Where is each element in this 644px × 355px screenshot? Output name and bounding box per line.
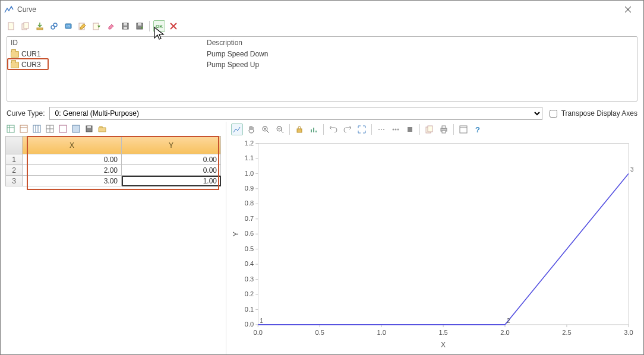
bars-icon[interactable] — [308, 123, 320, 135]
dots2-icon[interactable] — [390, 123, 402, 135]
list-item-id: CUR3 — [21, 61, 41, 69]
svg-rect-43 — [313, 128, 314, 132]
chart[interactable]: 0.00.10.20.30.40.50.60.70.80.91.01.11.20… — [231, 137, 637, 350]
svg-text:0.9: 0.9 — [245, 185, 254, 192]
folder-icon — [11, 51, 19, 58]
grid-cell[interactable]: 1.00 — [122, 176, 221, 186]
svg-point-49 — [395, 129, 397, 131]
cancel-button[interactable] — [168, 20, 179, 32]
curve-list[interactable]: ID Description CUR1 Pump Speed Down CUR3… — [7, 36, 637, 102]
svg-text:0.0: 0.0 — [254, 329, 263, 336]
zoom-out-icon[interactable] — [274, 123, 286, 135]
help-icon[interactable]: ? — [472, 123, 484, 135]
svg-text:1.0: 1.0 — [245, 169, 254, 176]
ok-button[interactable]: OK — [153, 20, 165, 32]
svg-text:2: 2 — [507, 318, 510, 324]
chart-copy-icon[interactable] — [424, 123, 435, 135]
svg-text:X: X — [441, 341, 446, 349]
svg-point-48 — [393, 129, 394, 131]
svg-rect-13 — [124, 23, 127, 26]
svg-rect-44 — [315, 131, 317, 132]
dots1-icon[interactable] — [375, 123, 387, 135]
table-tool-3-icon[interactable] — [31, 123, 42, 134]
svg-rect-42 — [311, 129, 312, 132]
grid-cell[interactable]: 0.00 — [122, 165, 221, 176]
close-button[interactable] — [616, 1, 640, 18]
new-icon[interactable] — [5, 20, 17, 32]
svg-point-7 — [53, 23, 57, 27]
list-header-id: ID — [7, 39, 203, 47]
svg-text:0.0: 0.0 — [245, 321, 254, 328]
transpose-label: Transpose Display Axes — [561, 109, 637, 118]
svg-text:1: 1 — [260, 318, 263, 324]
toolbar-separator — [289, 124, 290, 135]
svg-rect-41 — [297, 129, 302, 132]
grid-cell[interactable]: 0.00 — [122, 154, 221, 165]
row-header[interactable]: 1 — [6, 154, 23, 165]
svg-text:1.0: 1.0 — [377, 329, 386, 336]
table-tool-5-icon[interactable] — [58, 123, 68, 134]
svg-rect-30 — [59, 125, 67, 132]
svg-text:0.7: 0.7 — [245, 215, 254, 222]
transpose-input[interactable] — [550, 110, 557, 118]
svg-rect-11 — [93, 23, 99, 30]
svg-rect-31 — [72, 125, 80, 132]
svg-point-45 — [378, 129, 380, 130]
svg-text:1.2: 1.2 — [245, 139, 254, 146]
curve-type-select[interactable]: 0: General (Multi-Purpose) — [49, 107, 542, 120]
save-icon[interactable] — [119, 20, 131, 32]
lock-icon[interactable] — [293, 123, 305, 135]
col-header-y[interactable]: Y — [122, 137, 221, 154]
svg-point-47 — [383, 129, 384, 130]
save-as-icon[interactable] — [134, 20, 146, 32]
svg-text:2.0: 2.0 — [500, 329, 509, 336]
grid-cell[interactable]: 3.00 — [23, 176, 122, 186]
zoom-in-icon[interactable] — [260, 123, 272, 135]
table-open-icon[interactable] — [97, 123, 108, 134]
fit-icon[interactable] — [356, 123, 368, 135]
redo-icon[interactable] — [342, 123, 353, 135]
undo-icon[interactable] — [327, 123, 339, 135]
svg-point-50 — [397, 129, 399, 131]
copy-icon[interactable] — [20, 20, 31, 32]
grid-cell[interactable]: 0.00 — [23, 154, 122, 165]
svg-text:Y: Y — [232, 232, 240, 236]
svg-text:0.4: 0.4 — [245, 260, 254, 267]
table-save-icon[interactable] — [84, 123, 94, 134]
toolbar-separator — [453, 124, 454, 135]
table-tool-6-icon[interactable] — [71, 123, 81, 134]
svg-text:3: 3 — [630, 166, 634, 173]
row-header[interactable]: 2 — [6, 165, 23, 176]
stop-icon[interactable] — [404, 123, 416, 135]
tag-icon[interactable]: ID — [62, 20, 74, 32]
import-icon[interactable] — [34, 20, 46, 32]
col-header-x[interactable]: X — [23, 137, 122, 154]
table-tool-2-icon[interactable] — [18, 123, 29, 134]
svg-text:0.5: 0.5 — [245, 245, 254, 252]
table-tool-4-icon[interactable] — [45, 123, 55, 134]
svg-rect-4 — [24, 23, 29, 28]
link-icon[interactable] — [48, 20, 60, 32]
svg-text:0.2: 0.2 — [245, 290, 254, 297]
table-tool-1-icon[interactable] — [5, 123, 16, 134]
list-header-desc: Description — [203, 39, 637, 47]
transpose-checkbox[interactable]: Transpose Display Axes — [547, 108, 637, 119]
list-row[interactable]: CUR3 Pump Speed Up — [7, 59, 637, 70]
data-grid[interactable]: X Y 10.000.0022.000.0033.001.00 — [5, 136, 221, 350]
grid-cell[interactable]: 2.00 — [23, 165, 122, 176]
edit-icon[interactable] — [77, 20, 89, 32]
svg-text:1.5: 1.5 — [438, 329, 447, 336]
pan-icon[interactable] — [245, 123, 257, 135]
print-icon[interactable] — [438, 123, 450, 135]
erase-icon[interactable] — [105, 20, 117, 32]
svg-text:1.1: 1.1 — [245, 154, 254, 161]
svg-text:0.3: 0.3 — [245, 275, 254, 282]
open-icon[interactable] — [91, 20, 103, 32]
svg-line-39 — [281, 131, 283, 133]
grid-corner[interactable] — [6, 137, 23, 154]
list-row[interactable]: CUR1 Pump Speed Down — [7, 49, 637, 59]
window-title: Curve — [17, 5, 616, 14]
row-header[interactable]: 3 — [6, 176, 23, 186]
line-chart-icon[interactable] — [231, 123, 243, 135]
layout-icon[interactable] — [457, 123, 469, 135]
